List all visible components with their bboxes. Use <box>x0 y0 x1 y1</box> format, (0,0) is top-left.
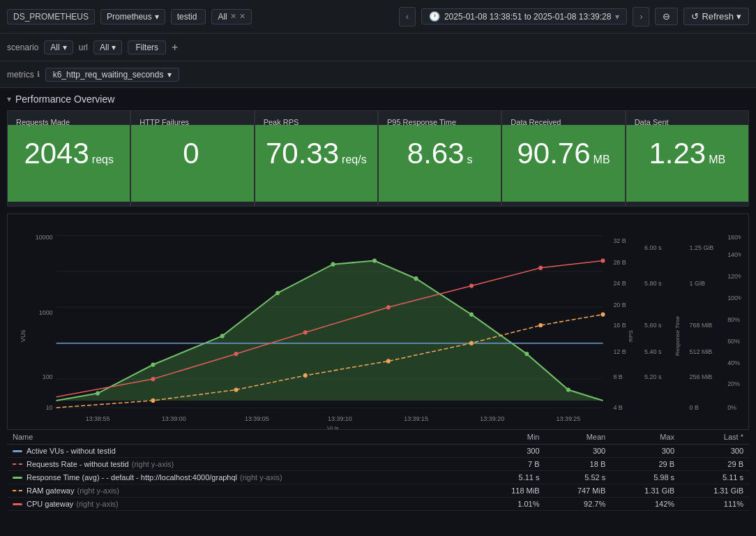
url-select[interactable]: All ▾ <box>93 40 122 54</box>
chevron-down-icon: ▾ <box>63 43 67 52</box>
section-header: ▾ Performance Overview <box>0 88 756 110</box>
legend-name: CPU gateway <box>27 500 73 508</box>
svg-text:20%: 20% <box>727 380 740 387</box>
legend-name-cell: Requests Rate - without testid (right y-… <box>7 458 479 471</box>
svg-point-31 <box>601 313 605 317</box>
chart-area: 10 100 1000 10000 VUs 13:38:55 13:39:00 … <box>7 214 749 430</box>
legend-max: 142% <box>611 498 680 511</box>
scenario-select[interactable]: All ▾ <box>44 40 73 54</box>
close-icon[interactable]: ✕ <box>230 12 236 21</box>
legend-mean: 92.7% <box>545 498 612 511</box>
legend-suffix: (right y-axis) <box>76 500 119 508</box>
filters-button[interactable]: Filters <box>128 40 166 54</box>
svg-text:4 B: 4 B <box>613 404 622 411</box>
datasource-dropdown[interactable]: Prometheus ▾ <box>100 9 165 24</box>
stat-card-value-area: 70.33 req/s <box>255 125 377 202</box>
stat-unit: reqs <box>92 154 114 166</box>
chevron-down-icon: ▾ <box>155 12 159 22</box>
svg-text:768 MiB: 768 MiB <box>690 322 713 329</box>
stat-card-value-area: 2043 reqs <box>8 125 130 202</box>
stat-unit: MB <box>594 154 610 166</box>
table-row: Response Time (avg) - - default - http:/… <box>7 471 749 484</box>
svg-point-20 <box>303 330 308 334</box>
svg-text:13:39:10: 13:39:10 <box>328 415 352 422</box>
legend-max: 5.98 s <box>611 471 680 484</box>
svg-text:16 B: 16 B <box>613 322 626 329</box>
svg-point-7 <box>96 392 100 396</box>
ds-label: DS_PROMETHEUS <box>7 9 95 24</box>
svg-point-24 <box>601 258 605 262</box>
col-max: Max <box>611 430 680 445</box>
refresh-button[interactable]: ↺ Refresh ▾ <box>683 8 749 25</box>
top-bar: DS_PROMETHEUS Prometheus ▾ testid All ✕ … <box>0 0 756 34</box>
stat-unit: s <box>467 154 473 166</box>
legend-color-indicator <box>13 490 22 491</box>
metrics-select[interactable]: k6_http_req_waiting_seconds ▾ <box>45 68 180 82</box>
chevron-down-icon: ▾ <box>615 12 619 22</box>
svg-text:100%: 100% <box>727 295 741 302</box>
svg-text:0 B: 0 B <box>690 404 699 411</box>
svg-text:1 GiB: 1 GiB <box>690 280 705 287</box>
legend-last: 111% <box>680 498 749 511</box>
table-row: CPU gateway (right y-axis) 1.01% 92.7% 1… <box>7 498 749 511</box>
svg-text:6.00 s: 6.00 s <box>644 244 662 251</box>
svg-text:13:39:20: 13:39:20 <box>480 415 504 422</box>
legend-last: 29 B <box>680 458 749 471</box>
svg-point-15 <box>524 352 529 356</box>
svg-text:0%: 0% <box>727 404 736 411</box>
svg-point-27 <box>303 373 308 378</box>
svg-point-21 <box>386 305 391 309</box>
col-min: Min <box>479 430 545 445</box>
legend-name: Requests Rate - without testid <box>27 460 129 468</box>
stat-unit: req/s <box>342 154 367 166</box>
add-filter-btn[interactable]: + <box>172 42 178 53</box>
stat-value: 2043 <box>24 139 89 168</box>
zoom-out-btn[interactable]: ⊖ <box>655 8 678 25</box>
svg-text:5.20 s: 5.20 s <box>644 373 662 380</box>
svg-point-26 <box>234 387 239 392</box>
stat-card: Data Received 90.76 MB <box>501 110 625 207</box>
legend-min: 7 B <box>479 458 545 471</box>
close-icon-2[interactable]: ✕ <box>239 12 245 21</box>
legend-color-indicator <box>13 477 22 479</box>
svg-point-19 <box>234 352 239 356</box>
stat-card-value-area: 0 <box>131 125 253 202</box>
stat-card-value-area: 8.63 s <box>379 125 501 202</box>
svg-text:5.80 s: 5.80 s <box>644 280 662 287</box>
svg-text:60%: 60% <box>727 338 740 345</box>
chevron-down-icon: ▾ <box>167 70 172 80</box>
stat-card: Data Sent 1.23 MB <box>626 110 749 207</box>
section-title: Performance Overview <box>15 94 114 105</box>
svg-text:32 B: 32 B <box>613 237 626 244</box>
legend-mean: 300 <box>545 445 612 458</box>
svg-point-28 <box>386 359 391 363</box>
svg-text:Response Time: Response Time <box>674 315 681 356</box>
legend-color-indicator <box>13 450 22 452</box>
chevron-down-icon: ▾ <box>112 43 116 52</box>
legend-min: 300 <box>479 445 545 458</box>
filter-bar: scenario All ▾ url All ▾ Filters + <box>0 34 756 61</box>
legend-min: 5.11 s <box>479 471 545 484</box>
legend-max: 1.31 GiB <box>611 484 680 498</box>
legend-color-indicator <box>13 503 22 505</box>
svg-text:VUs: VUs <box>327 425 339 429</box>
svg-text:13:39:00: 13:39:00 <box>162 415 186 422</box>
next-time-btn[interactable]: › <box>633 7 649 27</box>
chevron-down-icon: ▾ <box>736 11 741 22</box>
prev-time-btn[interactable]: ‹ <box>399 7 416 27</box>
stat-cards: Requests Made 2043 reqs HTTP Failures 0 … <box>7 110 749 207</box>
svg-text:1000: 1000 <box>39 308 53 315</box>
svg-point-14 <box>469 313 474 317</box>
svg-text:5.60 s: 5.60 s <box>644 322 662 329</box>
info-icon: ℹ <box>37 70 40 79</box>
svg-text:512 MiB: 512 MiB <box>690 348 713 355</box>
collapse-icon[interactable]: ▾ <box>7 94 11 104</box>
svg-point-30 <box>538 323 543 327</box>
legend-name-cell: Active VUs - without testid <box>7 445 479 458</box>
col-name: Name <box>7 430 479 445</box>
legend-color-indicator <box>13 463 22 465</box>
svg-point-22 <box>469 283 474 288</box>
legend-suffix: (right y-axis) <box>77 486 119 495</box>
legend-name-cell: Response Time (avg) - - default - http:/… <box>7 471 479 484</box>
time-range-display[interactable]: 🕐 2025-01-08 13:38:51 to 2025-01-08 13:3… <box>421 8 628 24</box>
